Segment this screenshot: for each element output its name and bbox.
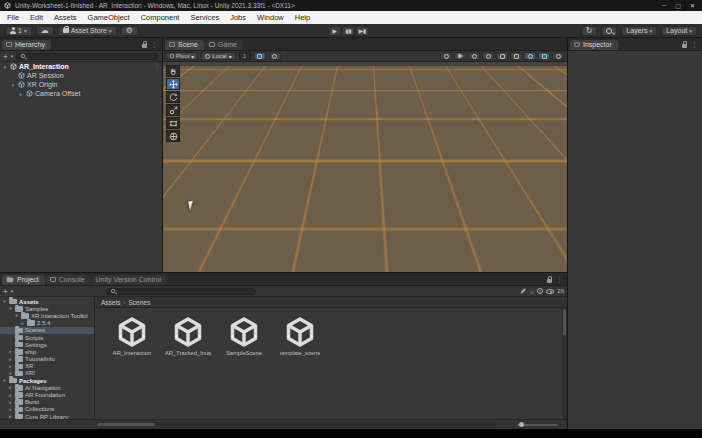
asset-item-samplescene[interactable]: SampleScene: [221, 316, 267, 419]
tab-project[interactable]: Project: [2, 275, 45, 285]
tree-row-assets[interactable]: ▾Assets: [0, 298, 94, 305]
horizontal-scrollbar[interactable]: [96, 422, 497, 426]
tree-row-samples[interactable]: ▾Samples: [0, 305, 94, 312]
menu-file[interactable]: File: [7, 13, 19, 22]
create-asset-button[interactable]: +: [3, 287, 8, 296]
panel-menu-icon[interactable]: ⋮: [556, 276, 563, 283]
asset-item-template-scene[interactable]: template_scene: [277, 316, 323, 419]
orientation-gizmo[interactable]: y x z: [509, 68, 553, 108]
tree-row-xr-interaction-toolkit[interactable]: ▾XR Interaction Toolkit: [0, 312, 94, 319]
tab-unity-version-control[interactable]: Unity Version Control: [91, 275, 167, 285]
project-search-input[interactable]: [106, 288, 256, 295]
tab-scene[interactable]: Scene: [165, 40, 204, 50]
chevron-down-icon[interactable]: ▾: [11, 53, 14, 59]
vertical-scrollbar[interactable]: [562, 308, 567, 419]
rotate-tool-button[interactable]: [166, 91, 180, 103]
menu-component[interactable]: Component: [141, 13, 180, 22]
scene-visibility-toggle[interactable]: [482, 52, 494, 60]
2d-toggle-button[interactable]: [510, 52, 522, 60]
expand-arrow[interactable]: ▸: [8, 400, 13, 405]
expand-arrow[interactable]: ▾: [10, 82, 16, 88]
tab-console[interactable]: Console: [46, 275, 91, 285]
account-button[interactable]: 1 ▾: [5, 26, 32, 36]
info-icon[interactable]: i: [537, 288, 543, 294]
hierarchy-row-scene[interactable]: ▾ AR_Interaction ⋮: [0, 62, 162, 71]
layers-dropdown[interactable]: Layers ▾: [621, 26, 657, 36]
favorite-search-icon[interactable]: ✩: [529, 288, 534, 295]
add-object-button[interactable]: +: [3, 52, 8, 61]
expand-arrow[interactable]: ▾: [2, 378, 7, 383]
layout-dropdown[interactable]: Layout ▾: [661, 26, 697, 36]
snap-toggle-button[interactable]: [269, 52, 281, 60]
tree-row-ar-foundation[interactable]: ▸AR Foundation: [0, 391, 94, 398]
scene-viewport[interactable]: y x z < Persp: [163, 62, 567, 272]
menu-services[interactable]: Services: [190, 13, 219, 22]
effects-dropdown[interactable]: [468, 52, 480, 60]
lighting-toggle-button[interactable]: [440, 52, 452, 60]
menu-help[interactable]: Help: [295, 13, 310, 22]
lock-icon[interactable]: [142, 44, 147, 48]
hierarchy-row-xr-origin[interactable]: ▾ XR Origin: [0, 80, 162, 89]
thumbnail-zoom-slider[interactable]: [517, 424, 557, 426]
cloud-button[interactable]: ☁: [36, 26, 54, 36]
slider-knob[interactable]: [519, 422, 524, 427]
menu-assets[interactable]: Assets: [54, 13, 77, 22]
pivot-dropdown[interactable]: Pivot ▾: [166, 52, 198, 60]
search-button[interactable]: [601, 26, 617, 36]
tree-row-ship[interactable]: ▸ship: [0, 348, 94, 355]
expand-arrow[interactable]: ▸: [8, 364, 13, 369]
camera-settings-dropdown[interactable]: [496, 52, 508, 60]
panel-menu-icon[interactable]: ⋮: [151, 41, 158, 48]
scene-options-icon[interactable]: ⋮: [154, 63, 160, 70]
view-tool-button[interactable]: [166, 65, 180, 77]
tree-row-packages[interactable]: ▾Packages: [0, 377, 94, 384]
asset-item-ar-tracked-image[interactable]: AR_Tracked_Image: [165, 316, 211, 419]
tree-row-ai-navigation[interactable]: ▸AI Navigation: [0, 384, 94, 391]
undo-history-button[interactable]: ↻: [581, 26, 598, 36]
panel-menu-icon[interactable]: ⋮: [691, 41, 698, 48]
expand-arrow[interactable]: ▸: [8, 357, 13, 362]
axis-center[interactable]: [530, 86, 534, 90]
expand-arrow[interactable]: ▸: [18, 91, 24, 97]
chevron-down-icon[interactable]: ▾: [11, 288, 14, 294]
move-tool-button[interactable]: [166, 78, 180, 90]
expand-arrow[interactable]: ▸: [8, 407, 13, 412]
audio-toggle-button[interactable]: [454, 52, 466, 60]
expand-arrow[interactable]: ▸: [8, 393, 13, 398]
rect-tool-button[interactable]: [166, 117, 180, 129]
settings-button[interactable]: ⚙: [121, 26, 138, 36]
menu-window[interactable]: Window: [257, 13, 284, 22]
hierarchy-row-ar-session[interactable]: AR Session: [0, 71, 162, 80]
tab-inspector[interactable]: Inspector: [570, 40, 618, 50]
maximize-button[interactable]: ▢: [675, 2, 681, 9]
lock-icon[interactable]: [682, 44, 687, 48]
scale-tool-button[interactable]: [166, 104, 180, 116]
grid-visibility-dropdown[interactable]: [254, 52, 266, 60]
minimize-button[interactable]: ─: [662, 2, 666, 9]
scene-camera-menu[interactable]: [552, 52, 564, 60]
perspective-label[interactable]: < Persp: [530, 108, 551, 114]
hierarchy-search-input[interactable]: [16, 53, 159, 60]
tree-row-settings[interactable]: Settings: [0, 341, 94, 348]
close-button[interactable]: ✕: [690, 2, 695, 9]
gizmos-dropdown[interactable]: [524, 52, 536, 60]
camera-gizmo-icon[interactable]: [361, 163, 372, 171]
handle-rotation-dropdown[interactable]: Local ▾: [201, 52, 235, 60]
lock-icon[interactable]: [547, 279, 552, 283]
pause-button[interactable]: ▮▮: [342, 26, 355, 36]
search-by-type-icon[interactable]: [521, 288, 526, 293]
expand-arrow[interactable]: ▸: [8, 349, 13, 354]
expand-arrow[interactable]: ▸: [8, 385, 13, 390]
menu-gameobject[interactable]: GameObject: [88, 13, 130, 22]
snap-increment-field[interactable]: 1: [239, 52, 251, 60]
expand-arrow[interactable]: ▾: [8, 306, 13, 311]
expand-arrow[interactable]: ▸: [8, 371, 13, 376]
tree-row-xri[interactable]: ▸XRI: [0, 370, 94, 377]
step-button[interactable]: ▶▮: [356, 26, 369, 36]
hidden-packages-toggle[interactable]: [546, 289, 554, 294]
play-button[interactable]: ▶: [328, 26, 341, 36]
expand-arrow[interactable]: ▾: [14, 313, 19, 318]
tab-game[interactable]: Game: [205, 40, 243, 50]
expand-arrow[interactable]: ▸: [20, 321, 25, 326]
asset-store-button[interactable]: Asset Store ▾: [58, 26, 117, 36]
